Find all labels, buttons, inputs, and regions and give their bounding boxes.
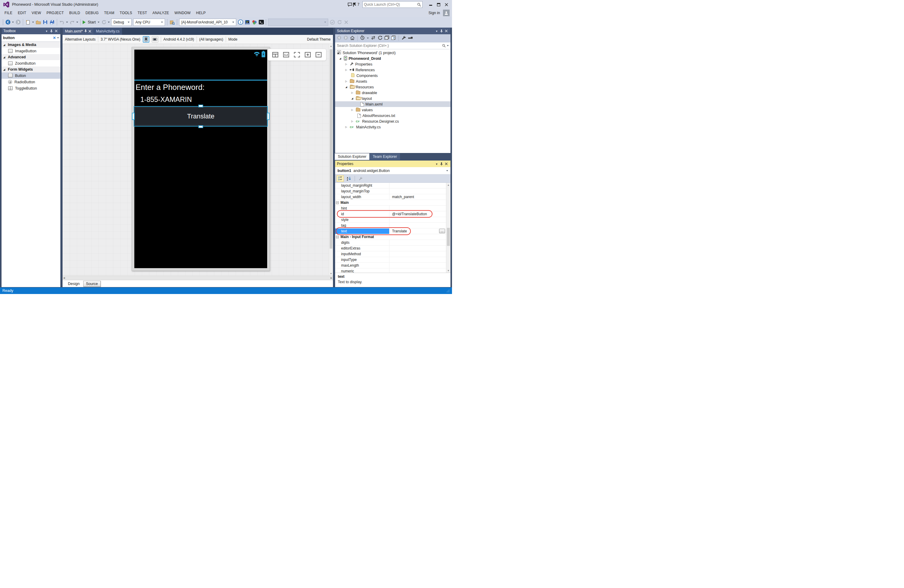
expanded-icon[interactable]: ◢: [3, 44, 6, 46]
start-button[interactable]: Start: [88, 20, 96, 24]
resize-grip[interactable]: [446, 289, 450, 292]
design-surface[interactable]: Enter a Phoneword: 1-855-XAMARIN Transla…: [63, 44, 333, 276]
tree-item-main-axml[interactable]: Main.axml: [335, 101, 450, 107]
resize-handle-right[interactable]: [267, 113, 270, 120]
navigate-forward-button[interactable]: [15, 19, 21, 25]
property-row-text[interactable]: textTranslate: [335, 228, 450, 234]
redo-button[interactable]: [70, 19, 75, 25]
toolbox-item-togglebutton[interactable]: ToggleButton: [2, 85, 60, 92]
property-row[interactable]: digits: [335, 240, 450, 246]
device-selector[interactable]: 3.7" WVGA (Nexus One): [101, 37, 141, 41]
menu-team[interactable]: TEAM: [101, 11, 117, 15]
solution-explorer-title-bar[interactable]: Solution Explorer ▾: [335, 28, 450, 34]
menu-analyze[interactable]: ANALYZE: [150, 11, 172, 15]
property-row[interactable]: layout_marginTop: [335, 188, 450, 194]
property-row[interactable]: inputType: [335, 257, 450, 263]
sync-with-active-document-button[interactable]: [371, 36, 376, 41]
property-row-id[interactable]: id@+id/TranslateButton: [335, 211, 450, 217]
property-row[interactable]: layout_marginRight: [335, 183, 450, 188]
save-all-button[interactable]: [49, 19, 55, 25]
navigate-back-dropdown[interactable]: [12, 22, 14, 23]
property-row[interactable]: inputMethod: [335, 251, 450, 257]
toolbox-group-images-media[interactable]: ◢Images & Media: [2, 42, 60, 48]
properties-title-bar[interactable]: Properties ▾: [335, 161, 450, 167]
collapse-category-icon[interactable]: [336, 236, 339, 239]
resize-handle-top[interactable]: [198, 104, 203, 107]
collapsed-icon[interactable]: ▷: [351, 92, 354, 94]
menu-tools[interactable]: TOOLS: [117, 11, 134, 15]
alphabetical-sort-button[interactable]: AZ: [346, 175, 352, 182]
start-dropdown[interactable]: [98, 22, 100, 23]
landscape-orientation-button[interactable]: [152, 36, 158, 43]
tab-solution-explorer[interactable]: Solution Explorer: [335, 153, 369, 160]
restart-button[interactable]: [101, 19, 106, 25]
redo-dropdown[interactable]: [76, 22, 78, 23]
tab-main-axml[interactable]: Main.axml*: [63, 28, 93, 35]
undo-button[interactable]: [59, 19, 65, 25]
vertical-scrollbar[interactable]: ▲ ▼: [329, 44, 333, 276]
object-dropdown[interactable]: [446, 170, 448, 171]
solution-search-input[interactable]: [337, 44, 441, 48]
expanded-icon[interactable]: ◢: [345, 86, 348, 89]
phoneword-label[interactable]: Enter a Phoneword:: [136, 83, 205, 92]
ellipsis-button[interactable]: ...: [439, 229, 445, 233]
new-file-dropdown[interactable]: [32, 22, 34, 23]
property-row[interactable]: maxLength: [335, 263, 450, 269]
new-file-button[interactable]: [25, 19, 31, 25]
tab-team-explorer[interactable]: Team Explorer: [370, 153, 400, 160]
tree-item-aboutresources[interactable]: AboutResources.txt: [335, 113, 450, 119]
undo-dropdown[interactable]: [66, 22, 68, 23]
menu-window[interactable]: WINDOW: [172, 11, 193, 15]
menu-edit[interactable]: EDIT: [15, 11, 29, 15]
alternative-layouts-button[interactable]: Alternative Layouts: [65, 37, 96, 41]
mode-selector[interactable]: Mode: [228, 37, 237, 41]
show-all-files-button[interactable]: [391, 35, 396, 41]
scroll-down-icon[interactable]: ▼: [446, 269, 450, 273]
expanded-icon[interactable]: ◢: [339, 57, 342, 60]
device-screen[interactable]: Enter a Phoneword: 1-855-XAMARIN Transla…: [134, 50, 267, 268]
tree-item-drawable[interactable]: ▷ drawable: [335, 90, 450, 96]
phoneword-edittext[interactable]: 1-855-XAMARIN: [141, 96, 192, 104]
close-panel-icon[interactable]: [54, 29, 58, 33]
solution-search-box[interactable]: [335, 43, 450, 49]
property-row[interactable]: layout_widthmatch_parent: [335, 194, 450, 200]
tab-mainactivity-cs[interactable]: MainActivity.cs: [93, 28, 122, 35]
translate-button-selected[interactable]: Translate: [134, 106, 268, 126]
language-selector[interactable]: (All languages): [199, 37, 223, 41]
home-button[interactable]: [350, 36, 355, 41]
horizontal-scrollbar[interactable]: ◀ ▶: [63, 276, 333, 280]
scroll-down-icon[interactable]: ▼: [329, 272, 333, 276]
menu-project[interactable]: PROJECT: [44, 11, 66, 15]
tree-item-references[interactable]: ▷ References: [335, 67, 450, 73]
notifications-flag[interactable]: 7: [353, 2, 359, 6]
refresh-button[interactable]: [378, 35, 382, 41]
zoom-in-button[interactable]: [305, 51, 311, 58]
console-button[interactable]: [258, 19, 264, 25]
menu-build[interactable]: BUILD: [66, 11, 83, 15]
toolbox-item-button[interactable]: Button: [2, 73, 60, 79]
tree-item-resources[interactable]: ◢ Resources: [335, 84, 450, 90]
toolbar-grip[interactable]: [176, 19, 178, 25]
resize-handle-bottom[interactable]: [198, 125, 203, 128]
preview-selected-items-button[interactable]: [408, 36, 412, 40]
expanded-icon[interactable]: ◢: [3, 68, 6, 71]
theme-selector[interactable]: Default Theme: [307, 37, 331, 41]
clear-search-icon[interactable]: ✕: [53, 36, 56, 40]
tree-item-layout[interactable]: ◢ layout: [335, 96, 450, 101]
fit-to-screen-button[interactable]: [294, 51, 300, 58]
tree-item-mainactivity[interactable]: ▷ C# MainActivity.cs: [335, 124, 450, 130]
tree-item-resource-designer[interactable]: ▷ C# Resource.Designer.cs: [335, 119, 450, 124]
property-row[interactable]: hint: [335, 205, 450, 211]
user-avatar[interactable]: [443, 9, 450, 16]
device-target-combo[interactable]: [A]-MonoForAndroid_API_10: [179, 19, 236, 26]
toolbox-item-imagebutton[interactable]: ImageButton: [2, 48, 60, 54]
collapsed-icon[interactable]: ▷: [345, 68, 348, 71]
navigate-back-button[interactable]: [5, 19, 11, 25]
pin-icon[interactable]: [439, 162, 444, 166]
solution-platform-combo[interactable]: Any CPU: [133, 19, 165, 26]
tree-item-components[interactable]: Components: [335, 73, 450, 79]
scrollbar-thumb[interactable]: [447, 228, 450, 246]
resize-handle-left[interactable]: [132, 113, 134, 120]
toolbox-search-box[interactable]: ✕: [2, 34, 60, 42]
toolbox-group-form-widgets[interactable]: ◢Form Widgets: [2, 66, 60, 73]
